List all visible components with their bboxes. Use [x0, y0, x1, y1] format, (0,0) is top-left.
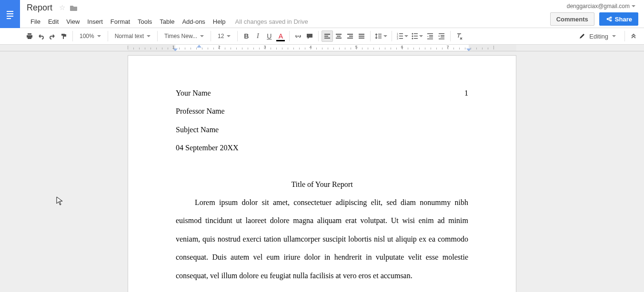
editing-mode-button[interactable]: Editing	[573, 33, 622, 40]
ruler-number: 1	[172, 45, 174, 49]
numbered-list-button[interactable]: 123	[395, 30, 410, 42]
app-header: Report ☆ File Edit View Insert Format To…	[0, 0, 644, 28]
expand-button[interactable]	[628, 30, 639, 42]
font-size-select[interactable]: 12	[214, 30, 234, 42]
svg-point-6	[609, 19, 611, 21]
menu-format[interactable]: Format	[107, 16, 134, 27]
body-paragraph[interactable]: Lorem ipsum dolor sit amet, consectetuer…	[176, 194, 468, 285]
line-date[interactable]: 04 September 20XX	[176, 139, 468, 157]
document-header-block[interactable]: Your Name Professor Name Subject Name 04…	[176, 84, 468, 157]
svg-rect-20	[378, 36, 382, 37]
redo-button[interactable]	[47, 30, 58, 42]
svg-rect-27	[399, 38, 403, 39]
svg-rect-10	[336, 34, 342, 35]
svg-rect-31	[414, 33, 418, 34]
ruler-number: 2	[218, 45, 220, 49]
svg-rect-15	[347, 38, 353, 39]
menu-edit[interactable]: Edit	[44, 16, 62, 27]
share-button[interactable]: Share	[599, 12, 638, 26]
comment-button[interactable]	[304, 30, 315, 42]
ruler-number: 5	[355, 45, 357, 49]
svg-rect-7	[324, 34, 330, 35]
svg-rect-26	[399, 36, 403, 37]
svg-rect-25	[399, 33, 403, 34]
svg-rect-17	[359, 36, 364, 37]
ruler-number: 7	[446, 45, 449, 49]
decrease-indent-button[interactable]	[424, 30, 436, 42]
svg-rect-41	[439, 39, 444, 39]
svg-rect-34	[427, 33, 433, 34]
svg-rect-13	[347, 34, 353, 35]
svg-point-29	[412, 36, 413, 37]
svg-rect-40	[441, 37, 444, 38]
svg-rect-1	[7, 13, 13, 14]
paint-format-button[interactable]	[58, 30, 70, 42]
svg-rect-16	[359, 34, 364, 35]
svg-point-4	[606, 18, 608, 20]
menu-insert[interactable]: Insert	[83, 16, 107, 27]
svg-text:3: 3	[397, 37, 398, 40]
ruler-number: 6	[401, 45, 403, 49]
save-status: All changes saved in Drive	[230, 18, 308, 25]
svg-rect-0	[7, 11, 13, 12]
clear-formatting-button[interactable]	[453, 30, 465, 42]
report-title[interactable]: Title of Your Report	[176, 175, 468, 194]
svg-point-28	[412, 33, 413, 35]
bold-button[interactable]: B	[241, 30, 252, 42]
menu-bar: File Edit View Insert Format Tools Table…	[27, 15, 550, 28]
menu-table[interactable]: Table	[156, 16, 178, 27]
align-center-button[interactable]	[333, 30, 344, 42]
link-button[interactable]	[292, 30, 304, 42]
svg-point-30	[412, 38, 413, 39]
menu-help[interactable]: Help	[209, 16, 230, 27]
svg-rect-21	[378, 38, 382, 39]
print-button[interactable]	[24, 30, 35, 42]
underline-button[interactable]: U	[263, 30, 275, 42]
svg-rect-36	[429, 37, 433, 38]
align-justify-button[interactable]	[356, 30, 367, 42]
italic-button[interactable]: I	[252, 30, 263, 42]
svg-rect-37	[427, 39, 433, 39]
undo-button[interactable]	[35, 30, 47, 42]
font-select[interactable]: Times New...	[161, 30, 208, 42]
align-right-button[interactable]	[344, 30, 356, 42]
text-color-button[interactable]: A	[275, 30, 286, 42]
increase-indent-button[interactable]	[436, 30, 447, 42]
svg-rect-9	[324, 38, 330, 39]
ruler-number: 3	[263, 45, 266, 49]
svg-rect-32	[414, 36, 418, 37]
line-subject[interactable]: Subject Name	[176, 121, 468, 139]
line-spacing-button[interactable]	[373, 30, 389, 42]
account-email: denggarciax@gmail.com	[567, 3, 630, 10]
page[interactable]: 1 Your Name Professor Name Subject Name …	[128, 55, 516, 292]
toolbar: 100% Normal text Times New... 12 B I U A…	[0, 28, 644, 45]
docs-logo[interactable]	[0, 0, 20, 28]
folder-icon[interactable]	[70, 5, 78, 11]
chevron-down-icon	[632, 5, 635, 7]
align-left-button[interactable]	[322, 30, 333, 42]
menu-addons[interactable]: Add-ons	[178, 16, 209, 27]
zoom-select[interactable]: 100%	[76, 30, 105, 42]
svg-point-5	[609, 17, 611, 18]
line-name[interactable]: Your Name	[176, 84, 468, 102]
svg-rect-14	[349, 36, 353, 37]
style-select[interactable]: Normal text	[111, 30, 154, 42]
document-canvas[interactable]: 1 Your Name Professor Name Subject Name …	[0, 51, 644, 292]
account-menu[interactable]: denggarciax@gmail.com	[567, 3, 635, 10]
svg-rect-18	[359, 38, 364, 39]
bulleted-list-button[interactable]	[410, 30, 424, 42]
menu-tools[interactable]: Tools	[134, 16, 156, 27]
line-professor[interactable]: Professor Name	[176, 102, 468, 120]
ruler[interactable]: 1234567	[0, 45, 644, 51]
document-title[interactable]: Report	[27, 3, 57, 13]
ruler-number: 4	[309, 45, 312, 49]
comments-button[interactable]: Comments	[550, 12, 594, 26]
svg-rect-12	[336, 38, 342, 39]
chevron-down-icon	[612, 35, 616, 37]
menu-view[interactable]: View	[62, 16, 83, 27]
star-icon[interactable]: ☆	[59, 3, 65, 12]
menu-file[interactable]: File	[27, 16, 44, 27]
share-label: Share	[615, 16, 632, 23]
svg-rect-35	[429, 35, 433, 36]
page-number: 1	[464, 84, 468, 102]
